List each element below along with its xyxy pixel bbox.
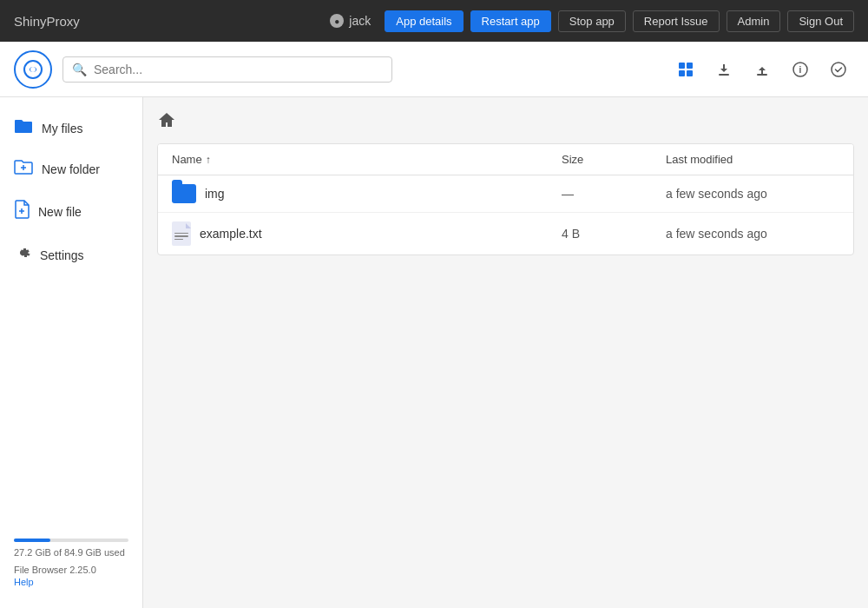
username-label: jack — [349, 14, 371, 28]
file-name-label: img — [205, 187, 225, 201]
sidebar-item-newfile[interactable]: New file — [0, 189, 142, 234]
file-modified-cell: a few seconds ago — [666, 227, 839, 241]
svg-point-1 — [30, 67, 36, 72]
svg-rect-4 — [679, 70, 685, 76]
search-input[interactable] — [94, 63, 383, 76]
sidebar: My files New folder New fil — [0, 97, 143, 608]
file-table: Name ↑ Size Last modified img — a few se… — [157, 143, 854, 255]
name-header-label: Name — [172, 153, 202, 166]
folder-icon — [14, 118, 33, 138]
header-bar: 🔍 i — [0, 42, 868, 97]
new-file-icon — [14, 200, 30, 223]
search-box[interactable]: 🔍 — [62, 56, 392, 83]
sign-out-button[interactable]: Sign Out — [787, 10, 854, 32]
restart-app-button[interactable]: Restart app — [470, 10, 551, 32]
breadcrumb — [157, 111, 854, 133]
sidebar-newfile-label: New file — [38, 205, 82, 219]
user-avatar: ● — [330, 14, 344, 28]
svg-point-10 — [832, 63, 845, 76]
file-name-cell: img — [172, 184, 562, 203]
file-name-label: example.txt — [200, 227, 262, 241]
app-details-button[interactable]: App details — [385, 10, 463, 32]
sidebar-item-newfolder[interactable]: New folder — [0, 149, 142, 189]
report-issue-button[interactable]: Report Issue — [633, 10, 720, 32]
admin-button[interactable]: Admin — [727, 10, 781, 32]
storage-text: 27.2 GiB of 84.9 GiB used — [14, 547, 128, 558]
sidebar-settings-label: Settings — [40, 248, 84, 262]
version-text: File Browser 2.25.0 — [14, 565, 128, 575]
sidebar-myfiles-label: My files — [42, 122, 82, 135]
svg-text:i: i — [799, 65, 802, 75]
file-name-cell: example.txt — [172, 221, 562, 246]
col-modified-header[interactable]: Last modified — [666, 153, 839, 166]
content-area: Name ↑ Size Last modified img — a few se… — [143, 97, 868, 608]
help-link[interactable]: Help — [14, 577, 128, 587]
home-icon[interactable] — [157, 111, 176, 133]
svg-rect-5 — [687, 70, 693, 76]
check-button[interactable] — [823, 54, 854, 85]
svg-rect-6 — [719, 74, 729, 76]
settings-icon — [14, 244, 31, 266]
sidebar-item-myfiles[interactable]: My files — [0, 108, 142, 149]
sort-arrow-icon: ↑ — [206, 154, 211, 166]
col-name-header[interactable]: Name ↑ — [172, 153, 562, 166]
brand-label: ShinyProxy — [14, 14, 80, 29]
grid-view-button[interactable] — [670, 54, 701, 85]
table-row[interactable]: img — a few seconds ago — [158, 175, 853, 213]
sidebar-item-settings[interactable]: Settings — [0, 234, 142, 276]
user-info: ● jack — [330, 14, 371, 28]
new-folder-icon — [14, 159, 33, 179]
file-modified-cell: a few seconds ago — [666, 187, 839, 201]
info-button[interactable]: i — [785, 54, 816, 85]
upload-button[interactable] — [746, 54, 778, 85]
svg-rect-2 — [679, 63, 685, 69]
sidebar-footer: 27.2 GiB of 84.9 GiB used File Browser 2… — [0, 528, 142, 598]
app-logo — [14, 50, 52, 89]
header-actions: i — [670, 54, 854, 85]
top-nav: ShinyProxy ● jack App details Restart ap… — [0, 0, 868, 42]
folder-file-icon — [172, 184, 196, 203]
svg-rect-3 — [687, 63, 693, 69]
svg-rect-7 — [757, 74, 767, 76]
col-size-header[interactable]: Size — [562, 153, 666, 166]
file-size-cell: — — [562, 187, 666, 201]
table-row[interactable]: example.txt 4 B a few seconds ago — [158, 213, 853, 254]
main-layout: My files New folder New fil — [0, 97, 868, 608]
stop-app-button[interactable]: Stop app — [558, 10, 626, 32]
download-button[interactable] — [708, 54, 740, 85]
storage-bar-fill — [14, 539, 50, 542]
sidebar-newfolder-label: New folder — [42, 162, 100, 176]
text-file-icon — [172, 221, 191, 246]
search-icon: 🔍 — [72, 63, 87, 76]
file-size-cell: 4 B — [562, 227, 666, 241]
storage-bar-bg — [14, 539, 128, 542]
table-header: Name ↑ Size Last modified — [158, 144, 853, 175]
